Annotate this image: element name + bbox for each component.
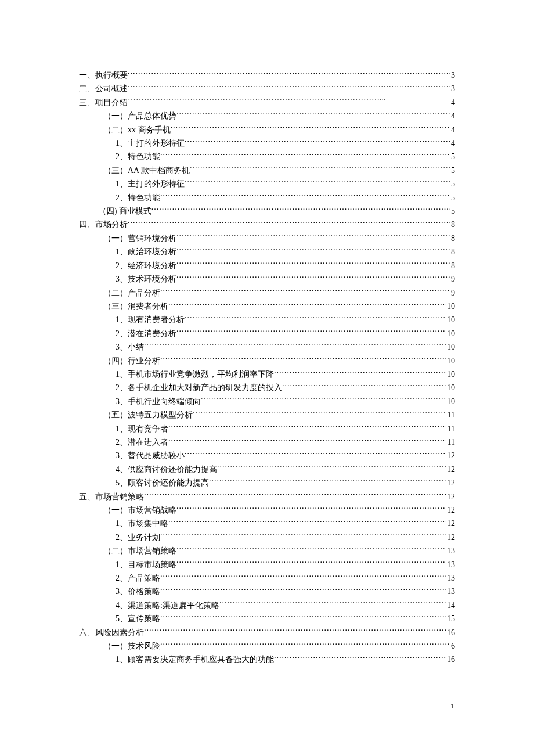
toc-entry-page: 11 <box>446 408 455 422</box>
toc-entry-label: （一）市场营销战略 <box>103 503 176 517</box>
toc-entry-page: 15 <box>446 612 455 625</box>
toc-entry-label: 4、供应商讨价还价能力提高 <box>116 463 217 476</box>
toc-entry[interactable]: 四、市场分析8 <box>79 218 455 231</box>
toc-leader <box>151 204 450 214</box>
toc-entry[interactable]: （五）波特五力模型分析11 <box>79 408 455 422</box>
toc-leader <box>168 435 446 445</box>
page-number: 1 <box>450 702 454 711</box>
toc-entry[interactable]: 2、经济环境分析8 <box>79 259 455 272</box>
toc-entry[interactable]: 1、目标市场策略13 <box>79 558 455 571</box>
toc-entry[interactable]: 1、顾客需要决定商务手机应具备强大的功能16 <box>79 653 455 666</box>
toc-entry[interactable]: 2、潜在进入者11 <box>79 435 455 449</box>
toc-entry[interactable]: 2、业务计划12 <box>79 531 455 544</box>
toc-leader <box>190 164 450 173</box>
toc-entry[interactable]: 三、项目介绍4 <box>79 96 455 109</box>
toc-entry[interactable]: （三）AA 款中档商务机5 <box>79 164 455 177</box>
toc-entry[interactable]: (四) 商业模式5 <box>79 204 455 218</box>
toc-entry-label: 5、顾客讨价还价能力提高 <box>116 476 209 489</box>
toc-entry-label: (四) 商业模式 <box>103 204 151 218</box>
toc-entry-page: 4 <box>450 96 455 109</box>
toc-entry[interactable]: （一）营销环境分析8 <box>79 232 455 245</box>
toc-entry[interactable]: 1、市场集中略12 <box>79 517 455 530</box>
toc-entry-page: 5 <box>450 150 455 163</box>
toc-entry[interactable]: （二）市场营销策略13 <box>79 544 455 557</box>
toc-entry-label: （三）消费者分析 <box>103 300 168 313</box>
toc-entry[interactable]: 3、技术环境分析9 <box>79 272 455 286</box>
toc-leader <box>185 313 446 322</box>
toc-entry[interactable]: 1、现有消费者分析10 <box>79 313 455 326</box>
toc-entry-label: 2、各手机企业加大对新产品的研发力度的投入 <box>116 381 282 394</box>
toc-entry[interactable]: （二）xx 商务手机4 <box>79 123 455 136</box>
toc-entry[interactable]: 3、价格策略13 <box>79 585 455 598</box>
toc-entry-page: 13 <box>446 585 455 598</box>
toc-leader <box>168 422 446 431</box>
toc-entry[interactable]: 五、市场营销策略12 <box>79 490 455 503</box>
toc-entry-page: 9 <box>450 272 455 286</box>
toc-entry[interactable]: 2、特色功能5 <box>79 191 455 204</box>
toc-entry[interactable]: （一）产品总体优势4 <box>79 109 455 123</box>
toc-leader <box>168 300 446 309</box>
toc-leader <box>160 571 446 581</box>
toc-entry-label: 3、替代品威胁较小 <box>116 449 185 462</box>
toc-leader <box>160 612 446 621</box>
toc-entry-label: （二）市场营销策略 <box>103 544 176 557</box>
toc-entry[interactable]: 4、渠道策略:渠道扁平化策略 14 <box>79 599 455 612</box>
toc-entry[interactable]: 二、公司概述3 <box>79 82 455 95</box>
toc-entry[interactable]: （二）产品分析9 <box>79 286 455 300</box>
toc-entry[interactable]: 2、特色功能5 <box>79 150 455 163</box>
toc-leader <box>176 232 450 241</box>
toc-leader <box>176 259 450 268</box>
toc-entry[interactable]: 1、政治环境分析8 <box>79 245 455 258</box>
toc-leader <box>128 82 450 91</box>
toc-entry-label: 3、手机行业向终端倾向 <box>116 395 201 408</box>
toc-leader <box>128 96 450 105</box>
toc-leader <box>168 517 446 526</box>
toc-entry[interactable]: 六、风险因素分析16 <box>79 626 455 639</box>
toc-entry[interactable]: 5、顾客讨价还价能力提高12 <box>79 476 455 489</box>
toc-leader <box>176 272 450 282</box>
toc-entry[interactable]: 5、宣传策略15 <box>79 612 455 625</box>
toc-entry-page: 5 <box>450 204 455 218</box>
toc-entry[interactable]: （四）行业分析10 <box>79 354 455 368</box>
toc-entry[interactable]: 2、潜在消费分析10 <box>79 327 455 340</box>
toc-leader <box>176 245 450 254</box>
toc-entry-page: 5 <box>450 164 455 177</box>
toc-entry[interactable]: 1、现有竞争者11 <box>79 422 455 435</box>
toc-entry[interactable]: 1、手机市场行业竞争激烈，平均利润率下降10 <box>79 368 455 381</box>
toc-entry-page: 8 <box>450 218 455 231</box>
toc-entry[interactable]: 1、主打的外形特征4 <box>79 136 455 150</box>
toc-entry-page: 12 <box>446 476 455 489</box>
toc-leader <box>144 626 446 635</box>
toc-leader <box>217 463 446 472</box>
toc-entry-label: 二、公司概述 <box>79 82 128 95</box>
toc-entry-page: 13 <box>446 571 455 585</box>
toc-entry-label: （一）技术风险 <box>103 639 160 653</box>
toc-entry-label: 四、市场分析 <box>79 218 128 231</box>
toc-entry[interactable]: 一、执行概要3 <box>79 69 455 82</box>
toc-entry-label: 1、主打的外形特征 <box>116 136 185 150</box>
toc-entry[interactable]: （一）市场营销战略12 <box>79 503 455 517</box>
toc-leader <box>209 476 446 485</box>
toc-leader <box>219 599 446 608</box>
toc-entry-page: 10 <box>446 300 455 313</box>
toc-entry[interactable]: 3、替代品威胁较小12 <box>79 449 455 462</box>
toc-entry-label: （三）AA 款中档商务机 <box>103 164 190 177</box>
toc-entry[interactable]: 1、主打的外形特征5 <box>79 177 455 190</box>
toc-leader <box>160 191 450 200</box>
toc-entry[interactable]: 3、手机行业向终端倾向10 <box>79 395 455 408</box>
toc-entry[interactable]: （三）消费者分析10 <box>79 300 455 313</box>
toc-leader <box>185 177 450 186</box>
toc-entry-label: 3、技术环境分析 <box>116 272 176 286</box>
toc-entry-page: 11 <box>446 435 455 449</box>
toc-entry[interactable]: 3、小结10 <box>79 340 455 354</box>
toc-entry-label: 3、价格策略 <box>116 585 160 598</box>
toc-leader <box>128 69 450 78</box>
toc-entry[interactable]: 2、各手机企业加大对新产品的研发力度的投入10 <box>79 381 455 394</box>
toc-entry[interactable]: （一）技术风险6 <box>79 639 455 653</box>
toc-entry-label: 1、现有消费者分析 <box>116 313 185 326</box>
toc-entry[interactable]: 4、供应商讨价还价能力提高12 <box>79 463 455 476</box>
toc-entry-label: 1、顾客需要决定商务手机应具备强大的功能 <box>116 653 274 666</box>
toc-entry[interactable]: 2、产品策略13 <box>79 571 455 585</box>
toc-entry-page: 5 <box>450 191 455 204</box>
toc-entry-label: 2、产品策略 <box>116 571 160 585</box>
